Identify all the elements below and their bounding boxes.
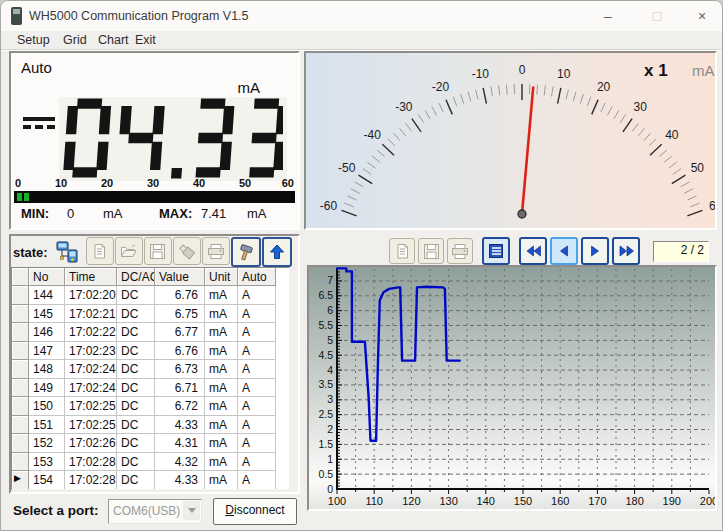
- svg-text:140: 140: [477, 495, 495, 507]
- column-header-auto[interactable]: Auto: [238, 268, 276, 286]
- tools-button[interactable]: [231, 237, 261, 267]
- table-row[interactable]: 14617:02:22DC6.77mAA: [12, 323, 289, 342]
- column-header-value[interactable]: Value: [155, 268, 205, 286]
- menu-item-grid[interactable]: Grid: [59, 32, 91, 48]
- table-cell: 146: [29, 323, 65, 342]
- page-last-button[interactable]: [612, 237, 640, 265]
- table-cell: 17:02:28: [65, 453, 117, 472]
- menu-item-exit[interactable]: Exit: [131, 32, 160, 48]
- network-connection-icon: [56, 240, 80, 264]
- upload-button[interactable]: [262, 237, 292, 267]
- table-row[interactable]: 15117:02:25DC4.33mAA: [12, 416, 289, 435]
- table-cell: 147: [29, 342, 65, 361]
- table-cell: 17:02:24: [65, 360, 117, 379]
- gauge-unit-label: mA: [692, 62, 715, 79]
- svg-text:30: 30: [633, 100, 647, 114]
- svg-text:0: 0: [327, 483, 333, 495]
- table-cell: 145: [29, 305, 65, 324]
- open-file-button: [115, 237, 143, 265]
- bar-graph: [14, 191, 295, 203]
- table-cell: DC: [117, 360, 155, 379]
- table-cell: A: [238, 286, 276, 305]
- svg-text:20: 20: [597, 80, 611, 94]
- table-cell: mA: [205, 323, 238, 342]
- chevron-down-icon: [183, 501, 200, 520]
- table-cell: DC: [117, 453, 155, 472]
- gauge-multiplier-label: x 1: [644, 61, 668, 81]
- nav-prev-icon: [557, 244, 571, 258]
- table-row[interactable]: ▶15417:02:28DC4.33mAA: [12, 471, 289, 490]
- min-label: MIN:: [21, 206, 49, 221]
- table-cell: 6.71: [155, 379, 205, 398]
- column-header-dcac[interactable]: DC/AC: [117, 268, 155, 286]
- svg-text:4: 4: [327, 364, 333, 376]
- table-cell: mA: [205, 286, 238, 305]
- chart-buttons: [389, 237, 640, 265]
- table-row[interactable]: 14917:02:24DC6.71mAA: [12, 379, 289, 398]
- menu-item-chart[interactable]: Chart: [94, 32, 133, 48]
- table-row[interactable]: 15217:02:26DC4.31mAA: [12, 434, 289, 453]
- column-header-time[interactable]: Time: [65, 268, 117, 286]
- port-combobox-value: COM6(USB): [113, 504, 180, 518]
- close-button[interactable]: ×: [680, 1, 723, 31]
- chart-report-button[interactable]: [482, 237, 510, 265]
- table-cell: mA: [205, 379, 238, 398]
- svg-text:6: 6: [327, 304, 333, 316]
- table-cell: mA: [205, 397, 238, 416]
- column-header-unit[interactable]: Unit: [205, 268, 238, 286]
- svg-text:-10: -10: [472, 67, 490, 81]
- table-cell: 4.31: [155, 434, 205, 453]
- min-unit: mA: [103, 206, 123, 221]
- disconnect-button[interactable]: Disconnect: [213, 498, 297, 525]
- minimize-button[interactable]: –: [586, 1, 630, 31]
- page-indicator-field[interactable]: 2 / 2: [653, 241, 709, 262]
- row-selector: [12, 397, 29, 416]
- svg-text:170: 170: [588, 495, 606, 507]
- table-row[interactable]: 15017:02:25DC6.72mAA: [12, 397, 289, 416]
- svg-text:110: 110: [365, 495, 383, 507]
- save-file-button: [144, 237, 172, 265]
- max-unit: mA: [247, 206, 267, 221]
- page-first-button[interactable]: [519, 237, 547, 265]
- column-header-no[interactable]: No: [29, 268, 65, 286]
- menu-item-setup[interactable]: Setup: [13, 32, 54, 48]
- table-cell: 151: [29, 416, 65, 435]
- table-row[interactable]: 14417:02:20DC6.76mAA: [12, 286, 289, 305]
- svg-text:5.5: 5.5: [318, 319, 333, 331]
- new-document-icon: [394, 243, 411, 260]
- digital-meter-panel: Auto mA 0102030405060 MIN: 0 mA MAX: 7.4…: [9, 51, 300, 230]
- row-selector: [12, 323, 29, 342]
- table-cell: 17:02:24: [65, 379, 117, 398]
- open-folder-icon: [120, 243, 138, 260]
- printer-icon: [207, 243, 225, 260]
- svg-text:2: 2: [327, 423, 333, 435]
- table-row[interactable]: 14717:02:23DC6.76mAA: [12, 342, 289, 361]
- table-row[interactable]: 15317:02:28DC4.32mAA: [12, 453, 289, 472]
- table-cell: A: [238, 416, 276, 435]
- svg-text:200: 200: [700, 495, 715, 507]
- table-cell: 17:02:22: [65, 323, 117, 342]
- page-next-button[interactable]: [581, 237, 609, 265]
- table-cell: A: [238, 360, 276, 379]
- table-cell: mA: [205, 453, 238, 472]
- table-cell: DC: [117, 416, 155, 435]
- bar-tick-label: 10: [55, 177, 67, 189]
- svg-text:190: 190: [663, 495, 681, 507]
- table-cell: A: [238, 323, 276, 342]
- page-prev-button[interactable]: [550, 237, 578, 265]
- table-row[interactable]: 14517:02:21DC6.75mAA: [12, 305, 289, 324]
- svg-text:4.5: 4.5: [318, 349, 333, 361]
- select-port-label: Select a port:: [13, 503, 99, 518]
- row-selector-header: [12, 268, 29, 286]
- table-cell: 6.75: [155, 305, 205, 324]
- app-window: WH5000 Communication Program V1.5 – □ × …: [0, 0, 723, 531]
- window-title: WH5000 Communication Program V1.5: [29, 9, 249, 23]
- table-cell: 17:02:25: [65, 397, 117, 416]
- svg-text:3.5: 3.5: [318, 378, 333, 390]
- svg-text:60: 60: [709, 199, 715, 213]
- table-cell: DC: [117, 471, 155, 490]
- svg-text:-60: -60: [320, 199, 338, 213]
- table-row[interactable]: 14817:02:24DC6.73mAA: [12, 360, 289, 379]
- app-icon: [11, 7, 22, 25]
- max-label: MAX:: [159, 206, 192, 221]
